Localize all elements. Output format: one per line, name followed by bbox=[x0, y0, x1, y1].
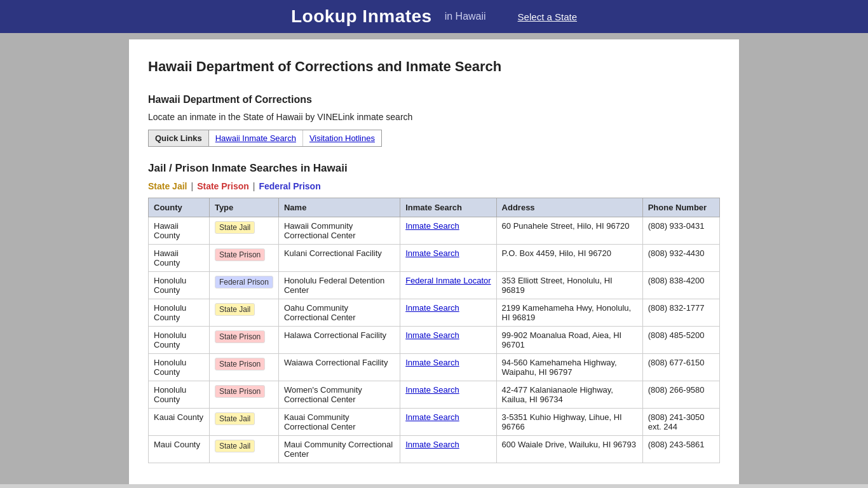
table-row: Honolulu County State Prison Waiawa Corr… bbox=[149, 354, 720, 381]
table-header-row: County Type Name Inmate Search Address P… bbox=[149, 198, 720, 217]
cell-county: Honolulu County bbox=[149, 272, 210, 299]
cell-type: State Prison bbox=[209, 354, 278, 381]
table-row: Hawaii County State Jail Hawaii Communit… bbox=[149, 217, 720, 245]
col-county: County bbox=[149, 198, 210, 217]
col-inmate-search: Inmate Search bbox=[400, 198, 496, 217]
dept-heading: Hawaii Department of Corrections bbox=[148, 94, 720, 105]
table-row: Kauai County State Jail Kauai Community … bbox=[149, 409, 720, 436]
cell-name: Halawa Correctional Facility bbox=[278, 327, 400, 354]
cell-name: Maui Community Correctional Center bbox=[278, 436, 400, 463]
cell-inmate-search[interactable]: Inmate Search bbox=[400, 327, 496, 354]
state-label: in Hawaii bbox=[445, 11, 486, 22]
cell-name: Honolulu Federal Detention Center bbox=[278, 272, 400, 299]
select-state-link[interactable]: Select a State bbox=[518, 11, 577, 22]
cell-county: Honolulu County bbox=[149, 381, 210, 409]
cell-phone: (808) 932-4430 bbox=[642, 245, 719, 272]
cell-inmate-search[interactable]: Inmate Search bbox=[400, 409, 496, 436]
cell-county: Maui County bbox=[149, 436, 210, 463]
type-badge: Federal Prison bbox=[215, 276, 273, 288]
legend-sep-2: | bbox=[253, 181, 255, 191]
footer-wrapper: © Lookupinmates.org | Contact Us | Priva… bbox=[0, 484, 868, 488]
cell-address: 353 Elliott Street, Honolulu, HI 96819 bbox=[496, 272, 642, 299]
cell-phone: (808) 241-3050 ext. 244 bbox=[642, 409, 719, 436]
type-badge: State Prison bbox=[215, 385, 265, 398]
inmate-search-link[interactable]: Inmate Search bbox=[405, 330, 459, 340]
table-row: Honolulu County State Prison Halawa Corr… bbox=[149, 327, 720, 354]
inmate-search-link[interactable]: Federal Inmate Locator bbox=[405, 276, 491, 285]
cell-address: P.O. Box 4459, Hilo, HI 96720 bbox=[496, 245, 642, 272]
cell-address: 94-560 Kamehameha Highway, Waipahu, HI 9… bbox=[496, 354, 642, 381]
type-badge: State Prison bbox=[215, 358, 265, 370]
inmate-search-link[interactable]: Inmate Search bbox=[405, 248, 459, 258]
visitation-hotlines-link[interactable]: Visitation Hotlines bbox=[303, 130, 381, 146]
cell-name: Women's Community Correctional Center bbox=[278, 381, 400, 409]
facilities-table: County Type Name Inmate Search Address P… bbox=[148, 198, 720, 463]
cell-address: 600 Waiale Drive, Wailuku, HI 96793 bbox=[496, 436, 642, 463]
type-badge: State Jail bbox=[215, 412, 255, 425]
inmate-search-link[interactable]: Inmate Search bbox=[405, 358, 459, 367]
cell-county: Honolulu County bbox=[149, 299, 210, 327]
legend-state-prison: State Prison bbox=[197, 181, 249, 191]
inmate-search-link[interactable]: Inmate Search bbox=[405, 385, 459, 395]
table-row: Honolulu County State Prison Women's Com… bbox=[149, 381, 720, 409]
cell-type: Federal Prison bbox=[209, 272, 278, 299]
site-title: Lookup Inmates bbox=[291, 6, 432, 27]
cell-type: State Jail bbox=[209, 299, 278, 327]
cell-county: Hawaii County bbox=[149, 217, 210, 245]
hawaii-inmate-search-link[interactable]: Hawaii Inmate Search bbox=[209, 130, 303, 146]
col-address: Address bbox=[496, 198, 642, 217]
cell-county: Kauai County bbox=[149, 409, 210, 436]
cell-inmate-search[interactable]: Inmate Search bbox=[400, 436, 496, 463]
cell-inmate-search[interactable]: Inmate Search bbox=[400, 381, 496, 409]
cell-phone: (808) 832-1777 bbox=[642, 299, 719, 327]
inmate-search-link[interactable]: Inmate Search bbox=[405, 221, 459, 231]
col-type: Type bbox=[209, 198, 278, 217]
site-header: Lookup Inmates in Hawaii Select a State bbox=[0, 0, 868, 33]
cell-address: 3-5351 Kuhio Highway, Lihue, HI 96766 bbox=[496, 409, 642, 436]
inmate-search-link[interactable]: Inmate Search bbox=[405, 412, 459, 422]
cell-inmate-search[interactable]: Inmate Search bbox=[400, 217, 496, 245]
cell-type: State Prison bbox=[209, 327, 278, 354]
cell-name: Kulani Correctional Facility bbox=[278, 245, 400, 272]
cell-type: State Jail bbox=[209, 436, 278, 463]
quick-links-bar: Quick Links Hawaii Inmate Search Visitat… bbox=[148, 130, 382, 147]
type-badge: State Jail bbox=[215, 221, 255, 234]
cell-county: Honolulu County bbox=[149, 354, 210, 381]
cell-name: Waiawa Correctional Facility bbox=[278, 354, 400, 381]
inmate-search-link[interactable]: Inmate Search bbox=[405, 440, 459, 449]
cell-type: State Prison bbox=[209, 381, 278, 409]
cell-inmate-search[interactable]: Inmate Search bbox=[400, 354, 496, 381]
cell-name: Kauai Community Correctional Center bbox=[278, 409, 400, 436]
cell-county: Honolulu County bbox=[149, 327, 210, 354]
cell-address: 2199 Kamehameha Hwy, Honolulu, HI 96819 bbox=[496, 299, 642, 327]
col-name: Name bbox=[278, 198, 400, 217]
type-badge: State Jail bbox=[215, 303, 255, 316]
type-badge: State Prison bbox=[215, 248, 265, 261]
cell-name: Oahu Community Correctional Center bbox=[278, 299, 400, 327]
cell-address: 42-477 Kalanianaole Highway, Kailua, HI … bbox=[496, 381, 642, 409]
cell-phone: (808) 838-4200 bbox=[642, 272, 719, 299]
locate-text: Locate an inmate in the State of Hawaii … bbox=[148, 112, 720, 122]
jail-heading: Jail / Prison Inmate Searches in Hawaii bbox=[148, 162, 720, 175]
cell-inmate-search[interactable]: Federal Inmate Locator bbox=[400, 272, 496, 299]
inmate-search-link[interactable]: Inmate Search bbox=[405, 303, 459, 313]
cell-phone: (808) 485-5200 bbox=[642, 327, 719, 354]
cell-inmate-search[interactable]: Inmate Search bbox=[400, 299, 496, 327]
type-badge: State Prison bbox=[215, 330, 265, 343]
legend: State Jail | State Prison | Federal Pris… bbox=[148, 181, 720, 191]
main-content: Hawaii Department of Corrections and Inm… bbox=[129, 39, 739, 484]
col-phone: Phone Number bbox=[642, 198, 719, 217]
cell-phone: (808) 243-5861 bbox=[642, 436, 719, 463]
legend-federal-prison: Federal Prison bbox=[259, 181, 320, 191]
type-badge: State Jail bbox=[215, 440, 255, 452]
cell-inmate-search[interactable]: Inmate Search bbox=[400, 245, 496, 272]
quick-links-label: Quick Links bbox=[149, 130, 209, 146]
cell-phone: (808) 677-6150 bbox=[642, 354, 719, 381]
cell-county: Hawaii County bbox=[149, 245, 210, 272]
table-row: Hawaii County State Prison Kulani Correc… bbox=[149, 245, 720, 272]
legend-state-jail: State Jail bbox=[148, 181, 187, 191]
table-row: Maui County State Jail Maui Community Co… bbox=[149, 436, 720, 463]
table-row: Honolulu County State Jail Oahu Communit… bbox=[149, 299, 720, 327]
cell-phone: (808) 933-0431 bbox=[642, 217, 719, 245]
legend-sep-1: | bbox=[191, 181, 193, 191]
